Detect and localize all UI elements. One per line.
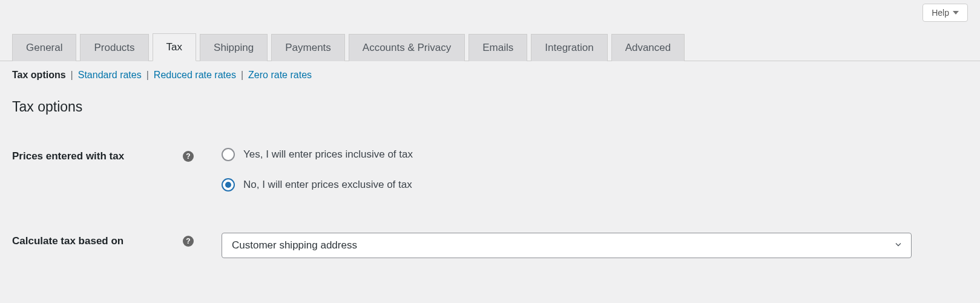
radio-label: Yes, I will enter prices inclusive of ta… bbox=[243, 148, 413, 161]
radio-option-inclusive[interactable]: Yes, I will enter prices inclusive of ta… bbox=[222, 148, 968, 161]
tab-emails[interactable]: Emails bbox=[469, 34, 527, 61]
radio-input[interactable] bbox=[222, 178, 235, 191]
field-column: Yes, I will enter prices inclusive of ta… bbox=[206, 148, 968, 208]
tab-integration[interactable]: Integration bbox=[531, 34, 607, 61]
tab-advanced[interactable]: Advanced bbox=[611, 34, 685, 61]
radio-option-exclusive[interactable]: No, I will enter prices exclusive of tax bbox=[222, 178, 968, 191]
chevron-down-icon bbox=[953, 11, 959, 15]
calculate-tax-select[interactable]: Customer shipping address bbox=[222, 233, 912, 258]
help-label: Help bbox=[932, 8, 949, 18]
tab-shipping[interactable]: Shipping bbox=[200, 34, 268, 61]
separator: | bbox=[241, 70, 243, 81]
tab-label: Shipping bbox=[214, 42, 254, 53]
radio-label: No, I will enter prices exclusive of tax bbox=[243, 179, 412, 191]
select-wrap: Customer shipping address bbox=[222, 233, 912, 258]
tab-label: Tax bbox=[166, 41, 182, 53]
subtab-tax-options[interactable]: Tax options bbox=[12, 70, 66, 81]
tab-label: Emails bbox=[482, 42, 513, 53]
section-title: Tax options bbox=[0, 81, 980, 121]
tab-label: Payments bbox=[285, 42, 331, 53]
subtab-reduced-rate-rates[interactable]: Reduced rate rates bbox=[154, 70, 236, 81]
field-column: Customer shipping address bbox=[206, 233, 968, 258]
tab-payments[interactable]: Payments bbox=[271, 34, 345, 61]
help-tooltip-icon[interactable]: ? bbox=[183, 236, 194, 247]
settings-tabs: General Products Tax Shipping Payments A… bbox=[0, 0, 980, 61]
tax-subtabs: Tax options | Standard rates | Reduced r… bbox=[0, 61, 980, 81]
help-tooltip-icon[interactable]: ? bbox=[183, 151, 194, 162]
tab-label: Integration bbox=[545, 42, 593, 53]
tab-tax[interactable]: Tax bbox=[153, 33, 196, 61]
subtab-standard-rates[interactable]: Standard rates bbox=[78, 70, 142, 81]
tab-general[interactable]: General bbox=[12, 34, 76, 61]
tab-label: General bbox=[26, 42, 62, 53]
tab-label: Products bbox=[94, 42, 134, 53]
tab-label: Advanced bbox=[625, 42, 671, 53]
row-calculate-tax-based-on: Calculate tax based on ? Customer shippi… bbox=[12, 208, 968, 258]
row-prices-entered-with-tax: Prices entered with tax ? Yes, I will en… bbox=[12, 121, 968, 208]
help-toggle-button[interactable]: Help bbox=[922, 4, 968, 22]
subtab-zero-rate-rates[interactable]: Zero rate rates bbox=[248, 70, 312, 81]
row-label-wrap: Calculate tax based on ? bbox=[12, 233, 206, 247]
row-label-wrap: Prices entered with tax ? bbox=[12, 148, 206, 162]
row-label: Calculate tax based on bbox=[12, 235, 123, 247]
tab-label: Accounts & Privacy bbox=[363, 42, 451, 53]
form-table: Prices entered with tax ? Yes, I will en… bbox=[0, 121, 980, 258]
radio-input[interactable] bbox=[222, 148, 235, 161]
tab-products[interactable]: Products bbox=[80, 34, 148, 61]
row-label: Prices entered with tax bbox=[12, 150, 124, 162]
separator: | bbox=[71, 70, 73, 81]
separator: | bbox=[146, 70, 149, 81]
tab-accounts-privacy[interactable]: Accounts & Privacy bbox=[349, 34, 465, 61]
